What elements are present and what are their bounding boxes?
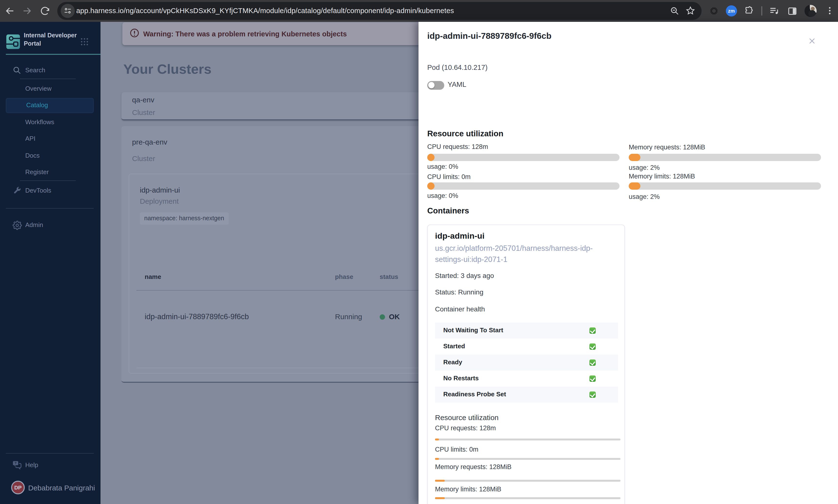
svg-text:?: ? xyxy=(15,461,17,465)
